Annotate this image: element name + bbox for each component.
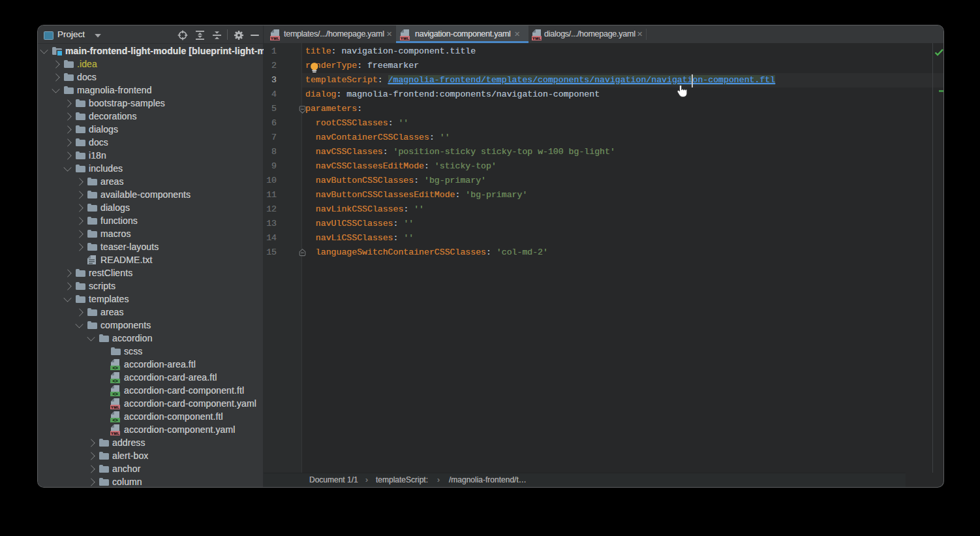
svg-text:YML: YML — [111, 432, 119, 435]
svg-text:YML: YML — [532, 37, 541, 40]
svg-text:YML: YML — [271, 37, 279, 40]
svg-text:<>: <> — [112, 379, 117, 383]
svg-text:<>: <> — [112, 366, 117, 370]
svg-text:YML: YML — [401, 37, 409, 40]
svg-text:<>: <> — [112, 392, 117, 396]
svg-text:YML: YML — [111, 405, 119, 409]
svg-text:<>: <> — [112, 418, 117, 422]
